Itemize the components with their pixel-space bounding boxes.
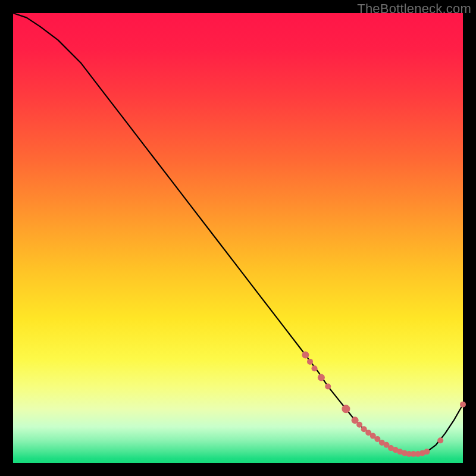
curve-dot xyxy=(302,352,309,359)
bottleneck-curve xyxy=(13,13,463,454)
curve-dot xyxy=(460,402,466,408)
curve-dot xyxy=(356,422,362,428)
curve-dot xyxy=(307,359,313,365)
watermark-text: TheBottleneck.com xyxy=(357,1,471,17)
curve-dot xyxy=(312,365,318,371)
curve-dot xyxy=(318,374,325,381)
curve-markers xyxy=(302,352,466,457)
curve-dot xyxy=(424,449,430,455)
curve-dot xyxy=(325,384,331,390)
curve-dot xyxy=(437,437,443,443)
chart-stage: TheBottleneck.com xyxy=(0,0,476,476)
curve-dot xyxy=(342,405,350,413)
chart-svg xyxy=(13,13,463,463)
chart-plot-area xyxy=(13,13,463,463)
